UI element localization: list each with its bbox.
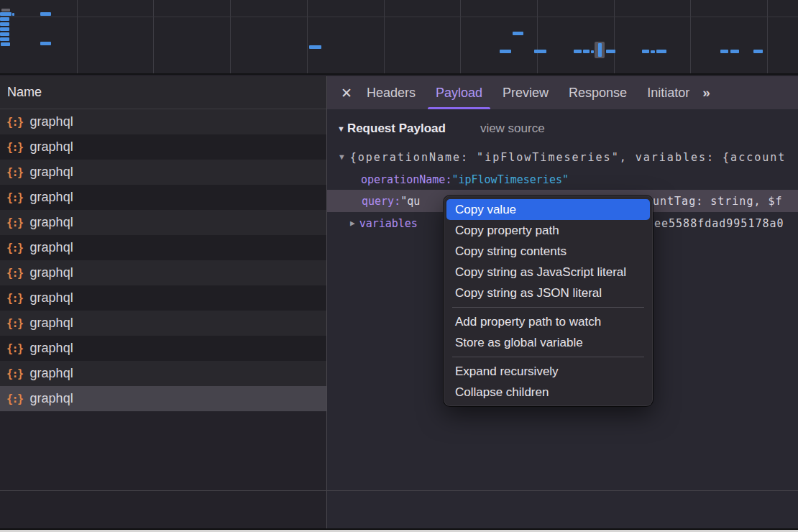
json-braces-icon: {:} [6,367,23,380]
request-name-label: graphql [30,165,73,180]
property-key: variables [359,217,418,230]
request-name-label: graphql [30,366,73,381]
menu-item-copy-value[interactable]: Copy value [446,199,650,220]
tab-payload[interactable]: Payload [426,76,492,109]
request-timeline-bar [500,50,511,53]
menu-item-copy-property-path[interactable]: Copy property path [446,220,650,241]
property-key: operationName [361,173,445,186]
network-request-row[interactable]: {:}graphql [0,260,326,285]
payload-row-operationName[interactable]: operationName: "ipFlowTimeseries" [327,168,798,191]
network-request-row[interactable]: {:}graphql [0,109,326,134]
tab-response[interactable]: Response [559,76,637,109]
network-request-row[interactable]: {:}graphql [0,285,326,311]
network-request-row[interactable]: {:}graphql [0,386,326,411]
network-request-row[interactable]: {:}graphql [0,160,326,185]
request-timeline-bar [0,32,9,36]
request-name-label: graphql [30,190,73,205]
request-timeline-bar [534,50,546,53]
requests-panel: Name {:}graphql{:}graphql{:}graphql{:}gr… [0,76,326,530]
property-value: "ipFlowTimeseries" [451,173,569,186]
tab-label: Response [569,86,627,101]
request-timeline-bar [583,50,590,53]
request-timeline-bar [720,50,728,53]
menu-item-collapse-children[interactable]: Collapse children [446,382,650,403]
timeline-gridline [384,0,385,73]
tab-preview[interactable]: Preview [492,76,559,109]
more-tabs-icon[interactable]: » [702,85,708,101]
request-timeline-bar [309,45,321,49]
request-name-label: graphql [30,240,73,255]
property-preview-tail: ee5588fdad995178a0 [654,212,784,234]
network-request-row[interactable]: {:}graphql [0,235,326,260]
menu-item-store-as-global-variable[interactable]: Store as global variable [446,332,650,353]
timeline-gridline [537,0,538,73]
context-menu: Copy valueCopy property pathCopy string … [444,196,653,406]
timeline-gridline [767,0,768,73]
request-name-label: graphql [30,114,73,129]
menu-item-copy-string-contents[interactable]: Copy string contents [446,241,650,262]
network-request-row[interactable]: {:}graphql [0,311,326,336]
property-value-tail: untTag: string, $f [653,190,783,212]
request-timeline-bar [40,42,51,45]
json-braces-icon: {:} [6,216,23,229]
json-braces-icon: {:} [6,393,23,405]
collapse-triangle-icon[interactable]: ▼ [337,124,345,133]
menu-item-add-property-path-to-watch[interactable]: Add property path to watch [446,311,650,332]
request-timeline-bar [1,42,10,46]
tab-headers[interactable]: Headers [357,76,426,109]
json-braces-icon: {:} [6,342,23,355]
payload-root-preview: {operationName: "ipFlowTimeseries", vari… [350,151,786,164]
request-timeline-bar [40,12,51,16]
json-braces-icon: {:} [6,317,23,330]
request-list: {:}graphql{:}graphql{:}graphql{:}graphql… [0,109,326,411]
details-tabbar: ✕ HeadersPayloadPreviewResponseInitiator… [327,76,798,109]
request-timeline-bar [574,50,582,53]
devtools-network-panel: Name {:}graphql{:}graphql{:}graphql{:}gr… [0,0,798,532]
request-timeline-bar [651,50,655,53]
request-timeline-bar [513,32,523,35]
timeline-gridline [230,0,231,73]
json-braces-icon: {:} [6,267,23,280]
collapse-triangle-icon[interactable]: ▼ [339,152,344,162]
json-braces-icon: {:} [6,191,23,204]
request-timeline-bar [642,50,649,53]
tab-label: Headers [367,86,416,101]
column-header-name[interactable]: Name [0,76,326,109]
timeline-gridline [614,0,615,73]
json-braces-icon: {:} [6,292,23,305]
request-name-label: graphql [30,139,73,155]
network-request-row[interactable]: {:}graphql [0,185,326,210]
menu-item-copy-string-as-json-literal[interactable]: Copy string as JSON literal [446,283,650,303]
expand-triangle-icon[interactable]: ▶ [350,219,355,228]
timeline-gridline [460,0,461,73]
timeline-marker-bar [598,43,602,57]
menu-item-expand-recursively[interactable]: Expand recursively [446,361,650,382]
close-details-icon[interactable]: ✕ [341,85,352,101]
request-timeline-bar [656,50,666,53]
request-timeline-bar [591,50,594,53]
tab-initiator[interactable]: Initiator [637,76,700,109]
request-name-label: graphql [30,290,73,306]
json-braces-icon: {:} [6,242,23,254]
network-request-row[interactable]: {:}graphql [0,210,326,235]
summary-bar-separator [0,490,798,491]
json-braces-icon: {:} [6,141,23,154]
request-timeline-bar [730,50,739,53]
request-name-label: graphql [30,265,73,280]
timeline-gridline [77,0,78,73]
network-request-row[interactable]: {:}graphql [0,336,326,361]
network-overview-timeline[interactable] [0,0,798,75]
network-request-row[interactable]: {:}graphql [0,134,326,160]
network-request-row[interactable]: {:}graphql [0,361,326,386]
view-source-link[interactable]: view source [480,121,545,136]
payload-root-row[interactable]: ▼ {operationName: "ipFlowTimeseries", va… [327,146,798,168]
request-timeline-bar [12,13,14,16]
request-name-label: graphql [30,341,73,356]
panel-resizer[interactable] [326,76,327,530]
timeline-gridline [153,0,154,73]
tab-label: Payload [436,86,482,101]
menu-item-copy-string-as-javascript-literal[interactable]: Copy string as JavaScript literal [446,262,650,283]
tab-label: Preview [503,86,549,101]
request-timeline-bar [0,22,9,26]
property-key: query [362,195,394,208]
